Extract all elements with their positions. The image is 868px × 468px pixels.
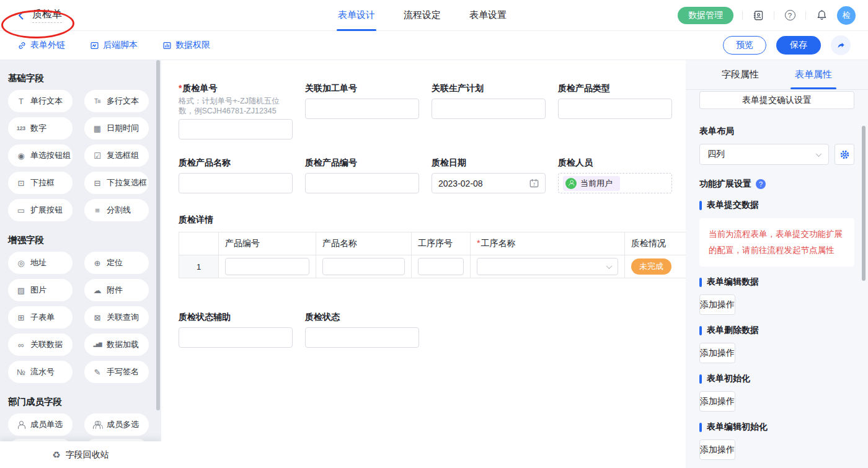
flow-form-warning: 当前为流程表单，表单提交功能扩展的配置，请前往流程发起节点属性 — [699, 218, 854, 267]
single-line-text-icon: T — [16, 97, 26, 106]
field-label-text: 关联生产计划 — [432, 83, 484, 93]
panel-scrollbar[interactable] — [862, 126, 866, 281]
table-header-cell: 产品编号 — [219, 232, 316, 255]
field-pill-label: 地址 — [30, 257, 46, 268]
field-pill-label: 复选框组 — [107, 150, 139, 161]
field-pill-label: 关联数据 — [30, 339, 63, 350]
field-pill-member-multi[interactable]: 成员多选 — [84, 413, 149, 436]
linked-query-icon: ⊠ — [92, 313, 102, 322]
checkbox-group-icon: ☑ — [92, 151, 102, 161]
help-circle-icon[interactable]: ? — [756, 179, 766, 189]
column-label: 工序名称 — [480, 238, 515, 248]
table-cell-input[interactable] — [225, 258, 309, 275]
data-manage-button[interactable]: 数据管理 — [678, 7, 733, 24]
table-cell-input[interactable] — [322, 258, 405, 275]
field-label: 质检产品编号 — [305, 157, 419, 168]
add-action-button[interactable]: 添加操作 — [699, 294, 735, 315]
user-field-box[interactable]: 当前用户 — [558, 173, 672, 193]
external-link-icon — [17, 41, 27, 50]
gear-icon — [839, 149, 850, 160]
number-icon: 123 — [16, 125, 26, 131]
signature-icon: ✎ — [92, 368, 102, 377]
field-pill-select[interactable]: ⊡下拉框 — [8, 172, 73, 194]
field-input[interactable] — [179, 173, 293, 193]
date-input[interactable]: 2023-02-087 — [432, 173, 546, 193]
field-input[interactable] — [305, 327, 419, 348]
field-pill-data-load[interactable]: ▂▅▇数据加载 — [84, 333, 149, 356]
field-pill-single-line-text[interactable]: T单行文本 — [8, 90, 73, 112]
form-toolbar: 表单外链后端脚本数据权限 预览 保存 — [0, 31, 868, 60]
tab-field-properties[interactable]: 字段属性 — [722, 60, 759, 89]
field-pill-subform[interactable]: ⊞子表单 — [8, 306, 73, 329]
field-input[interactable] — [558, 99, 672, 119]
field-pill-serial-number[interactable]: №流水号 — [8, 361, 73, 383]
panel-section-title: 表单编辑初始化 — [699, 422, 854, 433]
back-button[interactable] — [16, 11, 26, 20]
field-pill-label: 下拉复选框 — [107, 177, 147, 188]
tab-form-setting[interactable]: 表单设置 — [469, 0, 507, 31]
save-button[interactable]: 保存 — [776, 36, 821, 55]
field-pill-extend-button[interactable]: ▭扩展按钮 — [8, 199, 73, 221]
inspection-detail-table: 产品编号产品名称工序序号*工序名称质检情况 1未完成 — [179, 232, 686, 278]
notification-icon[interactable] — [815, 9, 828, 22]
field-pill-radio-group[interactable]: ◉单选按钮组 — [8, 144, 73, 167]
field-pill-divider[interactable]: ≡分割线 — [84, 199, 149, 221]
preview-button[interactable]: 预览 — [723, 36, 766, 55]
add-action-button[interactable]: 添加操作 — [699, 439, 735, 460]
field-pill-linked-query[interactable]: ⊠关联查询 — [84, 306, 149, 329]
field-pill-signature[interactable]: ✎手写签名 — [84, 361, 149, 383]
help-icon[interactable]: ? — [783, 9, 797, 22]
field-pill-checkbox-group[interactable]: ☑复选框组 — [84, 144, 149, 167]
contacts-icon[interactable] — [751, 9, 765, 22]
extend-button-icon: ▭ — [16, 206, 26, 215]
submit-confirm-settings-button[interactable]: 表单提交确认设置 — [699, 91, 854, 109]
field-input[interactable] — [305, 173, 419, 193]
datetime-icon: ▦ — [92, 124, 102, 133]
tab-form-design[interactable]: 表单设计 — [338, 0, 375, 31]
field-pill-label: 扩展按钮 — [30, 205, 63, 216]
field-pill-label: 单行文本 — [30, 95, 63, 107]
multi-select-icon: ⊟ — [92, 179, 102, 188]
field-pill-datetime[interactable]: ▦日期时间 — [84, 117, 149, 139]
table-header-cell — [179, 232, 219, 255]
field-input[interactable] — [179, 119, 293, 139]
field-pill-label: 定位 — [107, 257, 123, 268]
field-pill-multi-line-text[interactable]: T≡多行文本 — [84, 90, 149, 112]
table-cell-select[interactable] — [477, 258, 618, 275]
panel-sections: 表单提交数据当前为流程表单，表单提交功能扩展的配置，请前往流程发起节点属性表单编… — [699, 200, 854, 468]
field-pill-multi-select[interactable]: ⊟下拉复选框 — [84, 172, 149, 194]
sidebar-group-title: 基础字段 — [8, 73, 161, 84]
toolbar-link-data-permission[interactable]: 数据权限 — [162, 40, 210, 51]
sidebar-scrollbar[interactable] — [156, 60, 160, 410]
column-label: 质检情况 — [631, 238, 666, 248]
toolbar-link-external-link[interactable]: 表单外链 — [17, 40, 65, 51]
sidebar-group-items: ◎地址⊕定位▨图片☁附件⊞子表单⊠关联查询∞关联数据▂▅▇数据加载№流水号✎手写… — [8, 252, 161, 383]
toolbar-link-backend-script[interactable]: 后端脚本 — [90, 40, 138, 51]
field-pill-number[interactable]: 123数字 — [8, 117, 73, 139]
tab-flow-setting[interactable]: 流程设定 — [404, 0, 441, 31]
form-layout-select[interactable]: 四列 — [699, 144, 829, 165]
field-pill-location[interactable]: ⊕定位 — [84, 252, 149, 274]
field-input[interactable] — [179, 327, 293, 348]
field-pill-address[interactable]: ◎地址 — [8, 252, 73, 274]
tab-form-properties[interactable]: 表单属性 — [795, 60, 832, 89]
layout-settings-button[interactable] — [835, 144, 854, 165]
field-input[interactable] — [432, 99, 546, 119]
table-cell-input[interactable] — [418, 258, 464, 275]
share-button[interactable] — [831, 35, 851, 55]
field-pill-image[interactable]: ▨图片 — [8, 279, 73, 301]
field-label-text: 质检日期 — [432, 157, 466, 167]
add-action-button[interactable]: 添加操作 — [699, 343, 735, 363]
field-pill-member-single[interactable]: 成员单选 — [8, 413, 73, 436]
user-avatar[interactable]: 检 — [837, 6, 856, 25]
field-pill-label: 图片 — [30, 285, 46, 296]
field-input[interactable] — [305, 99, 419, 119]
table-header-cell: *工序名称 — [471, 232, 625, 255]
field-pill-linked-data[interactable]: ∞关联数据 — [8, 333, 73, 356]
add-action-button[interactable]: 添加操作 — [699, 391, 735, 412]
field-library-sidebar: 基础字段T单行文本T≡多行文本123数字▦日期时间◉单选按钮组☑复选框组⊡下拉框… — [0, 60, 161, 468]
form-design-canvas: *质检单号格式：计划单号+-ZJ随机五位数，例SCJH46781-ZJ12345… — [161, 60, 686, 468]
field-pill-label: 关联查询 — [107, 312, 139, 323]
field-pill-attachment[interactable]: ☁附件 — [84, 279, 149, 301]
field-recycle-bin[interactable]: ♻ 字段回收站 — [0, 441, 161, 468]
